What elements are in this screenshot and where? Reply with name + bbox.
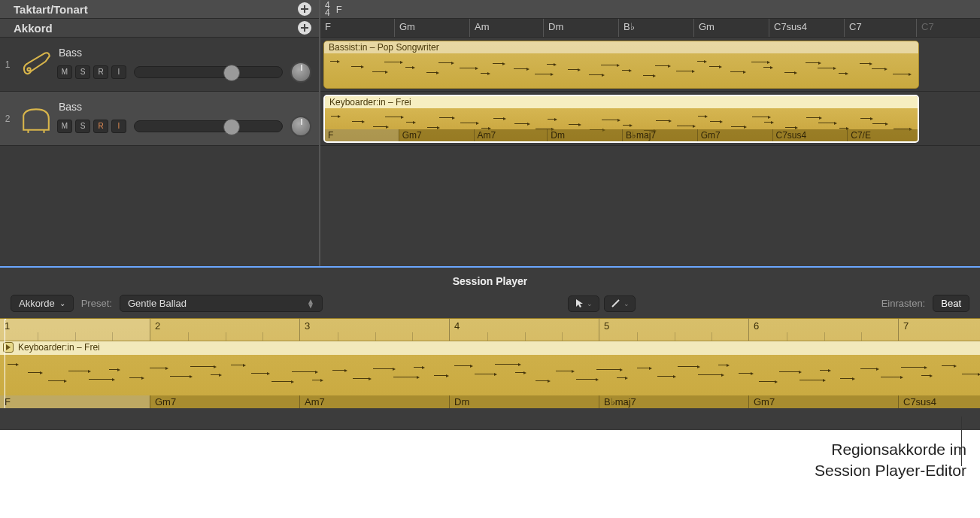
region[interactable]: Bassist:in – Pop Songwriter bbox=[323, 41, 919, 89]
plus-icon[interactable] bbox=[298, 21, 311, 35]
caption-text: Regionsakkorde im Session Player-Editor bbox=[0, 430, 980, 482]
bar-cell[interactable]: 4 bbox=[449, 319, 599, 341]
chord-ruler[interactable]: FGmAmDmB♭GmC7sus4C7C7 bbox=[320, 19, 980, 38]
pan-knob[interactable] bbox=[290, 62, 311, 83]
chord-cell[interactable]: Am bbox=[469, 19, 543, 37]
track-m-button[interactable]: M bbox=[57, 65, 72, 79]
pencil-tool[interactable]: ⌄ bbox=[604, 295, 636, 312]
svg-point-0 bbox=[27, 68, 30, 71]
snap-dropdown[interactable]: Beat bbox=[933, 295, 969, 312]
plus-icon[interactable] bbox=[298, 2, 311, 16]
bar-cell[interactable]: 1 bbox=[0, 319, 150, 341]
editor-chord-cell[interactable]: Am7 bbox=[299, 395, 449, 408]
track-list-pane: Taktart/Tonart Akkord 1BassMSRI2BassMSRI bbox=[0, 0, 319, 266]
time-signature: 4 4 bbox=[325, 2, 330, 17]
editor-chord-row[interactable]: FGm7Am7DmB♭maj7Gm7C7sus4 bbox=[0, 395, 980, 408]
region-title: Bassist:in – Pop Songwriter bbox=[324, 41, 918, 53]
preset-label: Preset: bbox=[81, 298, 112, 309]
time-key-label: Taktart/Tonart bbox=[14, 3, 88, 16]
chevron-down-icon: ⌄ bbox=[59, 299, 65, 307]
chord-cell[interactable]: Dm bbox=[543, 19, 618, 37]
pointer-tool[interactable]: ⌄ bbox=[568, 295, 599, 312]
chevron-down-icon: ⌄ bbox=[587, 300, 593, 307]
chord-cell[interactable]: Gm bbox=[693, 19, 769, 37]
caption-area: Regionsakkorde im Session Player-Editor bbox=[0, 430, 980, 518]
editor-bar-ruler[interactable]: 1234567 bbox=[0, 319, 980, 341]
region-lane[interactable]: Bassist:in – Pop Songwriter bbox=[320, 38, 980, 92]
editor-toolbar: Akkorde ⌄ Preset: Gentle Ballad ▲▼ ⌄ ⌄ bbox=[0, 292, 980, 318]
track-number: 1 bbox=[0, 59, 15, 70]
stepper-icon: ▲▼ bbox=[307, 299, 314, 308]
editor-title: Session Player bbox=[0, 268, 980, 292]
region-chord-row[interactable]: FGm7Am7DmB♭maj7Gm7C7sus4C7/E bbox=[325, 129, 918, 141]
track-i-button[interactable]: I bbox=[111, 65, 126, 79]
chord-cell[interactable]: C7 bbox=[916, 19, 976, 37]
region-chord-cell[interactable]: C7sus4 bbox=[772, 129, 848, 141]
bass-guitar-icon bbox=[15, 49, 57, 80]
editor-chord-cell[interactable]: Dm bbox=[449, 395, 599, 408]
bar-cell[interactable]: 3 bbox=[299, 319, 449, 341]
region-midi bbox=[324, 55, 918, 88]
chord-cell[interactable]: B♭ bbox=[618, 19, 693, 37]
editor-timeline[interactable]: 1234567 Keyboarder:in – Frei FGm7Am7DmB♭… bbox=[0, 318, 980, 408]
region-chord-cell[interactable]: Gm7 bbox=[399, 129, 474, 141]
editor-chord-cell[interactable]: Gm7 bbox=[150, 395, 299, 408]
chord-cell[interactable]: Gm bbox=[394, 19, 469, 37]
region-chord-cell[interactable]: Dm bbox=[547, 129, 622, 141]
region-chord-cell[interactable]: Gm7 bbox=[697, 129, 772, 141]
chord-label: Akkord bbox=[14, 22, 53, 35]
region-chord-cell[interactable]: B♭maj7 bbox=[622, 129, 697, 141]
session-player-editor: Session Player Akkorde ⌄ Preset: Gentle … bbox=[0, 268, 980, 430]
bar-cell[interactable]: 2 bbox=[150, 319, 299, 341]
preset-dropdown[interactable]: Gentle Ballad ▲▼ bbox=[120, 295, 323, 312]
callout-line bbox=[961, 417, 962, 466]
region-chord-cell[interactable]: C7/E bbox=[847, 129, 918, 141]
track-name: Bass bbox=[57, 47, 311, 59]
region-chord-cell[interactable]: Am7 bbox=[474, 129, 548, 141]
app-root: Taktart/Tonart Akkord 1BassMSRI2BassMSRI… bbox=[0, 0, 980, 518]
track-r-button[interactable]: R bbox=[93, 120, 108, 133]
editor-region-header[interactable]: Keyboarder:in – Frei bbox=[0, 341, 980, 355]
chords-dropdown[interactable]: Akkorde ⌄ bbox=[11, 295, 74, 312]
chord-cell[interactable]: F bbox=[320, 19, 394, 37]
pan-knob[interactable] bbox=[290, 116, 311, 137]
region-title: Keyboarder:in – Frei bbox=[325, 96, 918, 108]
track-s-button[interactable]: S bbox=[75, 65, 90, 79]
region-chord-cell[interactable]: F bbox=[325, 129, 399, 141]
track-r-button[interactable]: R bbox=[93, 65, 108, 79]
piano-icon bbox=[15, 103, 57, 135]
editor-chord-cell[interactable]: C7sus4 bbox=[898, 395, 980, 408]
editor-chord-cell[interactable]: B♭maj7 bbox=[599, 395, 748, 408]
track-name: Bass bbox=[57, 101, 311, 113]
region-lane[interactable]: Keyboarder:in – FreiFGm7Am7DmB♭maj7Gm7C7… bbox=[320, 92, 980, 146]
arrange-workspace[interactable]: 4 4 F FGmAmDmB♭GmC7sus4C7C7 Bassist:in –… bbox=[319, 0, 980, 266]
snap-label: Einrasten: bbox=[881, 298, 926, 309]
time-key-ruler[interactable]: 4 4 F bbox=[320, 0, 980, 19]
track-number: 2 bbox=[0, 114, 15, 124]
editor-midi-lane[interactable] bbox=[0, 355, 980, 395]
tool-group: ⌄ ⌄ bbox=[568, 295, 636, 312]
playhead[interactable] bbox=[5, 318, 5, 408]
global-track-chord[interactable]: Akkord bbox=[0, 19, 319, 38]
key-label: F bbox=[336, 4, 342, 15]
chord-cell[interactable]: C7 bbox=[844, 19, 916, 37]
track-s-button[interactable]: S bbox=[75, 120, 90, 133]
global-track-time-key[interactable]: Taktart/Tonart bbox=[0, 0, 319, 19]
editor-chord-cell[interactable]: Gm7 bbox=[748, 395, 898, 408]
bar-cell[interactable]: 7 bbox=[898, 319, 980, 341]
bar-cell[interactable]: 6 bbox=[748, 319, 898, 341]
arrange-area: Taktart/Tonart Akkord 1BassMSRI2BassMSRI… bbox=[0, 0, 980, 268]
track-row[interactable]: 2BassMSRI bbox=[0, 92, 319, 146]
track-m-button[interactable]: M bbox=[57, 120, 72, 133]
editor-chord-cell[interactable]: F bbox=[0, 395, 150, 408]
bar-cell[interactable]: 5 bbox=[599, 319, 748, 341]
chevron-down-icon: ⌄ bbox=[623, 300, 630, 307]
region[interactable]: Keyboarder:in – FreiFGm7Am7DmB♭maj7Gm7C7… bbox=[323, 95, 919, 143]
chord-cell[interactable]: C7sus4 bbox=[769, 19, 844, 37]
volume-slider[interactable] bbox=[134, 120, 283, 132]
track-row[interactable]: 1BassMSRI bbox=[0, 38, 319, 92]
track-i-button[interactable]: I bbox=[111, 120, 126, 133]
volume-slider[interactable] bbox=[134, 66, 283, 78]
